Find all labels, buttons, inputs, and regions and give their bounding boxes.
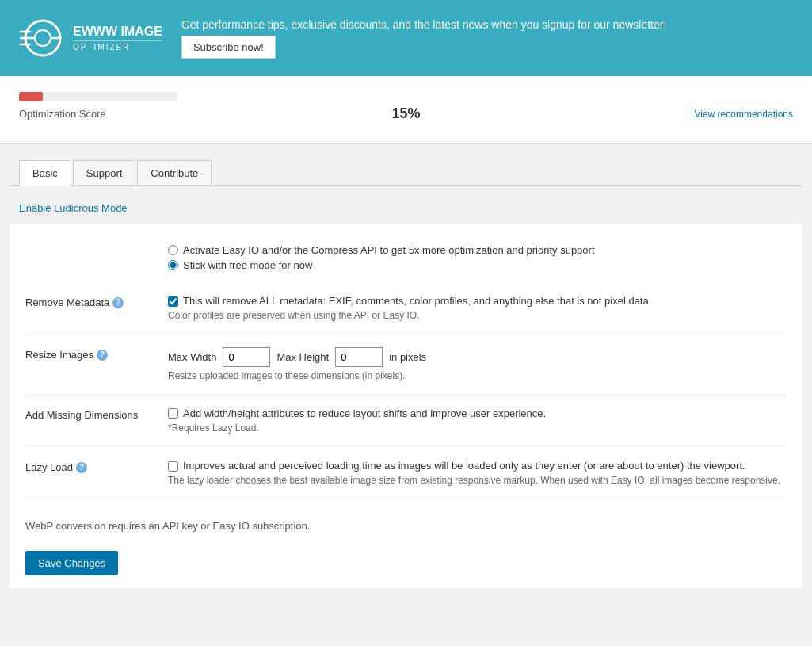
radio-free-label: Stick with free mode for now <box>183 259 312 271</box>
remove-metadata-help-icon[interactable]: ? <box>112 297 124 308</box>
tab-basic[interactable]: Basic <box>19 160 71 186</box>
remove-metadata-label: Remove Metadata ? <box>25 295 168 308</box>
add-missing-dimensions-row: Add Missing Dimensions Add width/height … <box>25 395 787 447</box>
score-row: Optimization Score 15% View recommendati… <box>19 108 793 120</box>
resize-images-help-icon[interactable]: ? <box>97 350 108 361</box>
lazy-load-checkbox[interactable] <box>168 461 178 472</box>
score-section: Optimization Score 15% View recommendati… <box>0 76 812 144</box>
resize-images-row: Resize Images ? Max Width Max Height in … <box>25 334 787 395</box>
save-section: Save Changes <box>25 538 787 575</box>
resize-images-content: Max Width Max Height in pixels Resize up… <box>168 347 787 381</box>
progress-bar-fill <box>19 92 43 101</box>
add-missing-dimensions-content: Add width/height attributes to reduce la… <box>168 407 787 434</box>
main-content: Basic Support Contribute Enable Ludicrou… <box>0 144 812 620</box>
logo-area: EWWW IMAGE OPTIMIZER <box>19 14 162 62</box>
add-missing-dimensions-checkbox[interactable] <box>168 408 178 419</box>
score-label: Optimization Score <box>19 108 106 120</box>
tab-contribute[interactable]: Contribute <box>137 160 212 185</box>
lazy-load-row: Lazy Load ? Improves actual and perceive… <box>25 447 787 499</box>
add-missing-dimensions-checkbox-label: Add width/height attributes to reduce la… <box>183 407 546 419</box>
pixels-label: in pixels <box>389 351 426 363</box>
logo-text-block: EWWW IMAGE OPTIMIZER <box>73 25 162 52</box>
lazy-load-subtext: The lazy loader chooses the best availab… <box>168 475 787 486</box>
tabs-bar: Basic Support Contribute <box>10 160 802 186</box>
max-height-input[interactable] <box>335 347 383 367</box>
settings-container: Activate Easy IO and/or the Compress API… <box>10 224 802 588</box>
add-missing-dimensions-checkbox-wrap: Add width/height attributes to reduce la… <box>168 407 787 419</box>
radio-free[interactable] <box>168 260 178 270</box>
radio-easyio[interactable] <box>168 245 178 255</box>
radio-group-content: Activate Easy IO and/or the Compress API… <box>168 244 787 274</box>
lazy-load-checkbox-wrap: Improves actual and perceived loading ti… <box>168 460 787 472</box>
remove-metadata-checkbox-label: This will remove ALL metadata: EXIF, com… <box>183 295 651 307</box>
resize-images-label: Resize Images ? <box>25 347 168 361</box>
webp-note: WebP conversion requires an API key or E… <box>25 499 787 538</box>
radio-easyio-label: Activate Easy IO and/or the Compress API… <box>183 244 595 256</box>
max-width-input[interactable] <box>223 347 270 367</box>
radio-group-row: Activate Easy IO and/or the Compress API… <box>25 236 787 282</box>
save-changes-button[interactable]: Save Changes <box>25 551 118 575</box>
subscribe-button[interactable]: Subscribe now! <box>181 36 276 59</box>
lazy-load-help-icon[interactable]: ? <box>76 462 87 473</box>
svg-point-1 <box>35 30 51 46</box>
radio-option-easyio: Activate Easy IO and/or the Compress API… <box>168 244 787 256</box>
add-missing-dimensions-label: Add Missing Dimensions <box>25 407 168 421</box>
ludicrous-mode-link[interactable]: Enable Ludicrous Mode <box>10 199 802 224</box>
remove-metadata-row: Remove Metadata ? This will remove ALL m… <box>25 282 787 334</box>
resize-inputs-row: Max Width Max Height in pixels <box>168 347 787 367</box>
lazy-load-checkbox-label: Improves actual and perceived loading ti… <box>183 460 745 472</box>
progress-bar-wrap <box>19 92 177 101</box>
resize-images-subtext: Resize uploaded images to these dimensio… <box>168 370 787 381</box>
lazy-load-content: Improves actual and perceived loading ti… <box>168 460 787 486</box>
remove-metadata-checkbox-wrap: This will remove ALL metadata: EXIF, com… <box>168 295 787 307</box>
view-recommendations-link[interactable]: View recommendations <box>694 109 793 120</box>
banner-text: Get performance tips, exclusive discount… <box>181 18 793 31</box>
remove-metadata-content: This will remove ALL metadata: EXIF, com… <box>168 295 787 321</box>
header-banner: EWWW IMAGE OPTIMIZER Get performance tip… <box>0 0 812 76</box>
remove-metadata-checkbox[interactable] <box>168 296 178 307</box>
score-percent: 15% <box>391 105 420 122</box>
lazy-load-label: Lazy Load ? <box>25 460 168 473</box>
logo-name: EWWW IMAGE OPTIMIZER <box>73 25 162 52</box>
remove-metadata-subtext: Color profiles are preserved when using … <box>168 310 787 321</box>
radio-option-free: Stick with free mode for now <box>168 259 787 271</box>
max-height-label: Max Height <box>276 351 329 363</box>
ewww-logo-icon <box>19 14 67 62</box>
max-width-label: Max Width <box>168 351 216 363</box>
add-missing-dimensions-subtext: *Requires Lazy Load. <box>168 422 787 434</box>
tab-support[interactable]: Support <box>73 160 136 185</box>
